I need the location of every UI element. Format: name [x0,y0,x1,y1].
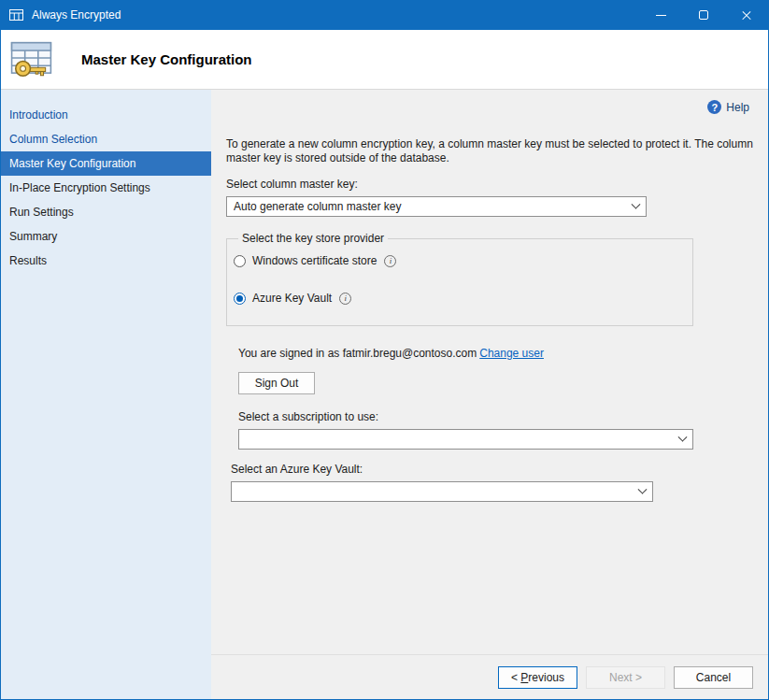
app-icon [9,8,24,22]
master-key-value: Auto generate column master key [234,200,627,213]
sidebar-item-column-selection[interactable]: Column Selection [1,127,211,151]
subscription-label: Select a subscription to use: [238,410,768,423]
sign-out-button[interactable]: Sign Out [238,372,315,394]
radio-label: Azure Key Vault [252,292,332,305]
sidebar-item-results: Results [1,249,211,273]
subscription-section: Select a subscription to use: [238,410,768,450]
radio-option-azure-key-vault[interactable]: Azure Key Vaulti [234,292,683,305]
change-user-link[interactable]: Change user [479,347,544,360]
wizard-header: Master Key Configuration [1,30,768,90]
window-controls [639,0,768,30]
info-icon[interactable]: i [384,255,396,267]
always-encrypted-window: Always Encrypted Master Key Configu [0,0,769,700]
minimize-button[interactable] [639,0,682,30]
vault-section: Select an Azure Key Vault: [231,463,768,502]
table-key-icon [10,39,53,80]
help-label: Help [726,101,749,114]
radio-option-windows-certificate-store[interactable]: Windows certificate storei [234,254,683,267]
sidebar-item-in-place-encryption-settings: In-Place Encryption Settings [1,176,211,200]
master-key-label: Select column master key: [226,178,768,191]
signin-text: You are signed in as fatmir.bregu@contos… [238,347,477,360]
previous-button[interactable]: < Previous [498,666,577,689]
help-icon [707,100,721,114]
chevron-down-icon [674,436,691,443]
sidebar-item-run-settings: Run Settings [1,200,211,224]
radio-label: Windows certificate store [252,254,377,267]
radio-button[interactable] [234,293,246,305]
minimize-icon [656,15,666,16]
chevron-down-icon [634,489,650,495]
signin-status: You are signed in as fatmir.bregu@contos… [238,347,768,360]
cancel-button[interactable]: Cancel [674,666,753,689]
master-key-dropdown[interactable]: Auto generate column master key [226,196,647,217]
info-icon[interactable]: i [339,293,351,305]
help-link[interactable]: Help [707,100,749,114]
key-store-provider-group: Select the key store provider Windows ce… [226,232,693,326]
wizard-steps: IntroductionColumn SelectionMaster Key C… [1,90,211,699]
previous-label-rest: revious [528,671,564,684]
sidebar-item-summary: Summary [1,224,211,249]
main-panel: Help To generate a new column encryption… [211,90,768,699]
subscription-dropdown[interactable] [238,429,693,450]
title-bar: Always Encrypted [1,0,768,30]
wizard-footer: < Previous Next > Cancel [211,654,768,699]
radio-button[interactable] [234,255,246,267]
vault-label: Select an Azure Key Vault: [231,463,768,476]
window-title: Always Encrypted [32,8,121,21]
close-button[interactable] [725,0,768,30]
close-icon [741,9,752,21]
maximize-button[interactable] [682,0,725,30]
key-store-provider-title: Select the key store provider [238,232,388,245]
next-button: Next > [586,666,665,689]
previous-label-prefix: < [511,671,520,684]
chevron-down-icon [627,204,644,210]
page-title: Master Key Configuration [81,51,252,67]
vault-dropdown[interactable] [231,481,653,502]
intro-text: To generate a new column encryption key,… [226,137,757,165]
sidebar-item-introduction[interactable]: Introduction [1,103,211,127]
sidebar-item-master-key-configuration[interactable]: Master Key Configuration [1,151,211,176]
provider-options: Windows certificate storeiAzure Key Vaul… [233,254,683,305]
master-key-configuration-page: To generate a new column encryption key,… [211,114,768,654]
maximize-icon [699,10,708,20]
